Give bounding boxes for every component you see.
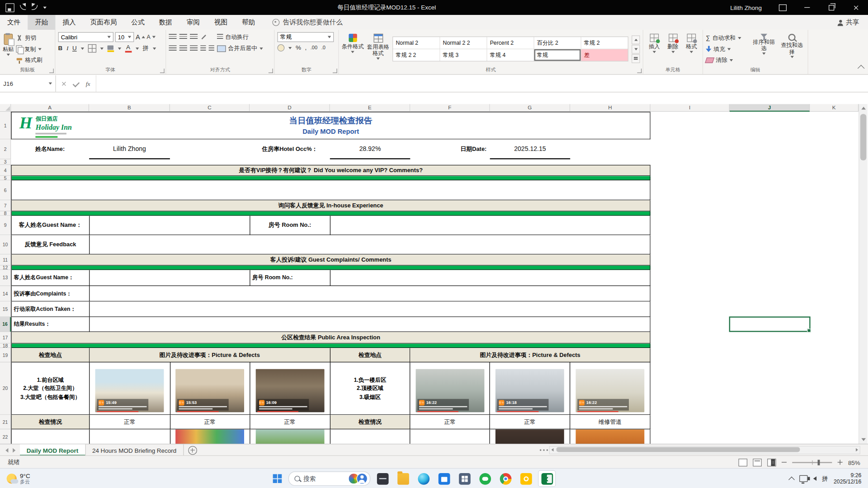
row-header-11[interactable]: 11 xyxy=(0,254,11,265)
taskbar-clock[interactable]: 9:26 2025/12/16 xyxy=(834,472,861,485)
cell-report-header[interactable]: H 假日酒店 Holiday Inn 当日值班经理检查报告 Daily MOD … xyxy=(12,113,651,140)
cell-style-3[interactable]: 百分比 2 xyxy=(534,37,581,49)
formula-input[interactable] xyxy=(96,75,868,92)
find-select-button[interactable]: 查找和选择 xyxy=(779,32,805,66)
cell-status-6[interactable]: 维修管道 xyxy=(570,415,650,429)
inspection-photo-5[interactable]: 打卡16:18 xyxy=(495,369,564,412)
italic-button[interactable]: I xyxy=(66,45,68,51)
borders-button[interactable] xyxy=(88,44,96,52)
cancel-entry-icon[interactable] xyxy=(61,81,66,86)
fill-dropdown-icon[interactable] xyxy=(727,48,731,50)
cell-feedback-label[interactable]: 反馈意见 Feedback xyxy=(12,235,90,254)
row-header-14[interactable]: 14 xyxy=(0,286,11,301)
conditional-formatting-button[interactable]: 条件格式 xyxy=(342,32,364,66)
select-all-button[interactable] xyxy=(0,104,11,112)
ribbon-tab-3[interactable]: 页面布局 xyxy=(83,15,124,30)
cell-photo-6[interactable]: 打卡16:22 xyxy=(570,362,650,415)
row-header-9[interactable]: 9 xyxy=(0,216,11,235)
row-header-12[interactable]: 12 xyxy=(0,266,11,270)
cell-style-1[interactable]: Normal 2 2 xyxy=(440,37,486,49)
inspection-photo-1[interactable]: 打卡15:49 xyxy=(95,369,164,412)
row-header-18[interactable]: 18 xyxy=(0,343,11,348)
cell-complaints-label[interactable]: 投诉事由Complaints： xyxy=(12,286,90,301)
row-header-10[interactable]: 10 xyxy=(0,235,11,254)
borders-dropdown-icon[interactable] xyxy=(100,47,103,50)
cell-guest-name2-value[interactable] xyxy=(90,270,250,286)
alignment-dialog-launcher[interactable] xyxy=(269,69,273,73)
taskbar-file-explorer[interactable] xyxy=(395,471,411,486)
accounting-dropdown-icon[interactable] xyxy=(288,47,292,49)
inspection-photo-3[interactable]: 打卡16:09 xyxy=(255,369,324,412)
confirm-entry-icon[interactable] xyxy=(73,80,80,87)
close-button[interactable] xyxy=(844,0,868,15)
taskbar-search-box[interactable]: 搜索 xyxy=(288,471,370,486)
vertical-scrollbar[interactable] xyxy=(859,104,868,444)
orientation-button[interactable] xyxy=(200,33,207,40)
cell-guest-name2-label[interactable]: 客人姓名Guest Name： xyxy=(12,270,90,286)
start-button[interactable] xyxy=(270,471,285,486)
inspection-photo-10[interactable] xyxy=(576,429,645,444)
cell-occ-label[interactable]: 住房率Hotel Occ%： xyxy=(250,140,330,160)
page-layout-view-icon[interactable] xyxy=(753,458,762,466)
sort-filter-button[interactable]: 排序和筛选 xyxy=(751,32,777,66)
row-header-22[interactable]: 22 xyxy=(0,429,11,444)
ribbon-tab-2[interactable]: 插入 xyxy=(55,15,83,30)
decrease-indent-button[interactable] xyxy=(200,45,206,51)
taskbar-excel[interactable] xyxy=(538,470,556,487)
number-format-select[interactable]: 常规 xyxy=(277,32,334,42)
cut-button[interactable]: 剪切 xyxy=(16,33,42,42)
vertical-scroll-thumb[interactable] xyxy=(860,114,866,160)
ribbon-tab-7[interactable]: 视图 xyxy=(207,15,235,30)
taskbar-chrome[interactable] xyxy=(497,471,514,486)
cell-photo-1[interactable]: 打卡15:49 xyxy=(90,362,170,415)
column-header-F[interactable]: F xyxy=(410,104,490,112)
cell-style-2[interactable]: Percent 2 xyxy=(487,37,534,49)
cell-left-locations[interactable]: 1.前台区域 2.大堂（包括卫生间） 3.大堂吧（包括备餐间） xyxy=(12,362,90,415)
section-header-public-area[interactable]: 公区检查结果 Public Area Inspection xyxy=(12,332,651,344)
format-painter-button[interactable]: 格式刷 xyxy=(16,55,42,65)
share-button[interactable]: 共享 xyxy=(829,15,868,30)
row-header-13[interactable]: 13 xyxy=(0,270,11,286)
save-icon[interactable] xyxy=(5,3,14,12)
signed-in-user[interactable]: Lilith Zhong xyxy=(722,4,771,11)
cell-style-0[interactable]: Normal 2 xyxy=(393,37,439,49)
cell-status-4[interactable]: 正常 xyxy=(410,415,490,429)
column-header-J[interactable]: J xyxy=(730,104,810,112)
cell-right-locations[interactable]: 1.负一楼后区 2.顶楼区域 3.吸烟区 xyxy=(330,362,410,415)
cell-status-5[interactable]: 正常 xyxy=(490,415,570,429)
section-header-vip[interactable]: 是否有VIP接待？有何建议？ Did You welcome any VIP? … xyxy=(12,165,651,176)
cell-name-value[interactable]: Lilith Zhong xyxy=(89,140,170,160)
cell-room-no2-label[interactable]: 房号 Room No.: xyxy=(250,270,330,286)
inspection-photo-9[interactable] xyxy=(495,429,564,444)
comma-style-button[interactable]: , xyxy=(305,45,307,51)
column-header-C[interactable]: C xyxy=(170,104,250,112)
accounting-format-button[interactable] xyxy=(277,44,284,52)
ribbon-tab-4[interactable]: 公式 xyxy=(124,15,151,30)
cell-name-label[interactable]: 姓名Name: xyxy=(11,140,89,160)
inspection-photo-4[interactable]: 打卡16:22 xyxy=(415,369,484,412)
inspection-photo-7[interactable] xyxy=(175,429,244,444)
cell-action-label[interactable]: 行动采取Action Taken： xyxy=(12,301,90,317)
cell-room-no-value[interactable] xyxy=(330,216,650,235)
cell-style-6[interactable]: 常规 3 xyxy=(440,49,486,61)
cell-photo-7[interactable] xyxy=(170,429,250,444)
ribbon-display-options-button[interactable] xyxy=(770,0,795,15)
format-cells-button[interactable]: 格式 xyxy=(683,32,699,66)
undo-icon[interactable] xyxy=(20,5,26,10)
cell-photo-10[interactable] xyxy=(570,429,650,444)
taskbar-app-yellow[interactable] xyxy=(518,471,534,486)
new-sheet-button[interactable] xyxy=(188,446,197,455)
cell-photo-2[interactable]: 打卡15:53 xyxy=(170,362,250,415)
row-header-21[interactable]: 21 xyxy=(0,415,11,429)
copy-button[interactable]: 复制 xyxy=(16,44,42,54)
font-size-select[interactable]: 10 xyxy=(115,32,134,42)
zoom-out-icon[interactable] xyxy=(782,462,787,463)
clear-button[interactable]: 清除 xyxy=(706,55,749,65)
cell-pictures-header-right[interactable]: 图片及待改进事项：Picture & Defects xyxy=(410,348,651,362)
percent-style-button[interactable]: % xyxy=(296,45,301,51)
fill-color-dropdown-icon[interactable] xyxy=(118,47,121,50)
zoom-level[interactable]: 85% xyxy=(848,459,860,466)
phonetic-guide-button[interactable]: 拼 xyxy=(142,45,148,51)
cell[interactable] xyxy=(330,429,410,444)
zoom-slider[interactable] xyxy=(792,462,832,463)
